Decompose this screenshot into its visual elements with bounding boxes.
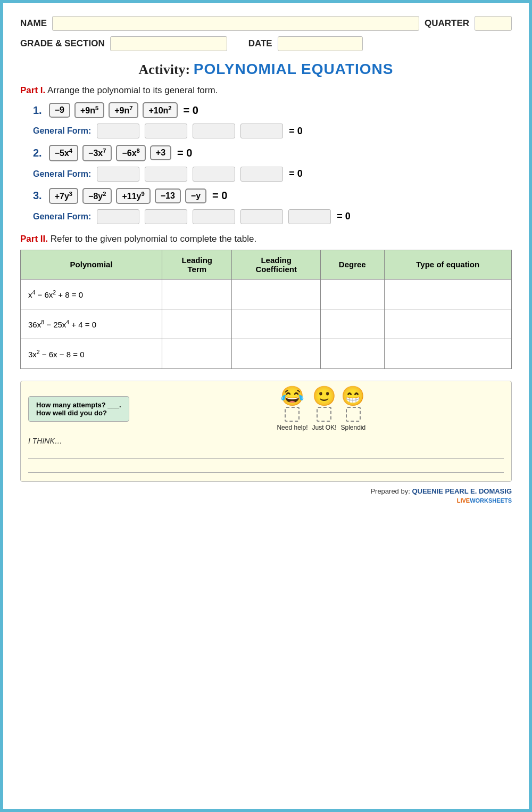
part2-label: Part II.: [20, 234, 48, 244]
quarter-input[interactable]: [475, 16, 512, 31]
term-3-3: +11y9: [116, 188, 150, 204]
equals-zero-1: = 0: [184, 104, 198, 117]
gf-equals-2: = 0: [289, 168, 303, 179]
gf-input-2-4[interactable]: [240, 167, 283, 182]
poly-3: 3x2 − 6x − 8 = 0: [21, 339, 162, 368]
term-1-3: +9n7: [109, 102, 138, 118]
type-1[interactable]: [384, 279, 511, 309]
gf-input-1-4[interactable]: [240, 124, 283, 138]
col-leading-term: LeadingTerm: [162, 250, 232, 279]
term-3-5: −y: [185, 188, 206, 203]
emoji-face-splendid: 😁: [341, 387, 365, 406]
lc-2[interactable]: [232, 309, 321, 339]
think-line-1[interactable]: [28, 449, 504, 459]
term-3-4: −13: [155, 188, 181, 203]
emoji-splendid: 😁 Splendid: [341, 387, 366, 431]
title-section: Activity: POLYNOMIAL EQUATIONS: [20, 61, 512, 78]
i-think-row: I THINK…: [28, 437, 504, 445]
term-1-1: −9: [49, 103, 70, 118]
just-ok-label: Just OK!: [312, 424, 336, 431]
part2-desc: Refer to the given polynomial to complet…: [48, 234, 256, 244]
gf-row-1: General Form: = 0: [33, 124, 512, 138]
emoji-face-laugh: 😂: [280, 387, 304, 406]
type-2[interactable]: [384, 309, 511, 339]
splendid-check[interactable]: [346, 407, 361, 422]
part1-label: Part I.: [20, 85, 45, 95]
header-row-2: GRADE & SECTION DATE: [20, 36, 512, 51]
lt-3[interactable]: [162, 339, 232, 368]
worksheet-page: NAME QUARTER GRADE & SECTION DATE Activi…: [0, 0, 532, 812]
prepared-text: Prepared by:: [370, 487, 412, 495]
deg-2[interactable]: [320, 309, 384, 339]
gf-label-2: General Form:: [33, 169, 91, 179]
col-type: Type of equation: [384, 250, 511, 279]
gf-label-1: General Form:: [33, 126, 91, 136]
gf-input-2-2[interactable]: [145, 167, 187, 182]
gf-input-3-2[interactable]: [145, 209, 187, 224]
name-label: NAME: [20, 18, 47, 29]
type-3[interactable]: [384, 339, 511, 368]
gf-input-3-3[interactable]: [193, 209, 235, 224]
need-help-check[interactable]: [285, 407, 300, 422]
title-main: POLYNOMIAL EQUATIONS: [194, 61, 394, 77]
watermark: LIVEWORKSHEETS: [20, 497, 512, 504]
gf-input-2-1[interactable]: [97, 167, 139, 182]
name-input[interactable]: [52, 16, 419, 31]
footer-section: How many attempts? ___.How well did you …: [20, 381, 512, 482]
gf-input-1-1[interactable]: [97, 124, 139, 138]
quarter-label: QUARTER: [425, 18, 469, 29]
splendid-label: Splendid: [341, 424, 366, 431]
term-1-2: +9n5: [74, 102, 104, 118]
col-degree: Degree: [320, 250, 384, 279]
date-label: DATE: [248, 38, 272, 49]
attempts-text: How many attempts? ___.How well did you …: [36, 401, 121, 417]
emoji-group: 😂 Need help! 🙂 Just OK! 😁 Splend: [139, 387, 504, 431]
lt-1[interactable]: [162, 279, 232, 309]
term-3-2: −8y2: [82, 188, 112, 204]
lc-3[interactable]: [232, 339, 321, 368]
deg-3[interactable]: [320, 339, 384, 368]
gf-row-3: General Form: = 0: [33, 209, 512, 224]
gf-input-3-4[interactable]: [240, 209, 283, 224]
problem-3: 3. +7y3 −8y2 +11y9 −13 −y = 0 General Fo…: [33, 187, 512, 224]
think-line-2[interactable]: [28, 463, 504, 473]
gf-equals-3: = 0: [337, 211, 351, 222]
gf-input-2-3[interactable]: [193, 167, 235, 182]
gf-equals-1: = 0: [289, 126, 303, 137]
term-2-4: +3: [150, 145, 171, 160]
deg-1[interactable]: [320, 279, 384, 309]
lt-2[interactable]: [162, 309, 232, 339]
part2-table: Polynomial LeadingTerm LeadingCoefficien…: [20, 250, 512, 369]
gf-input-3-1[interactable]: [97, 209, 139, 224]
lc-1[interactable]: [232, 279, 321, 309]
part1-header: Part I. Arrange the polynomial to its ge…: [20, 85, 512, 96]
table-row: 36x8 − 25x4 + 4 = 0: [21, 309, 512, 339]
gf-input-1-3[interactable]: [193, 124, 235, 138]
need-help-label: Need help!: [277, 424, 307, 431]
gf-label-3: General Form:: [33, 212, 91, 222]
emoji-just-ok: 🙂 Just OK!: [312, 387, 336, 431]
problem-3-number: 3.: [33, 190, 42, 202]
grade-input[interactable]: [110, 36, 227, 51]
attempts-box: How many attempts? ___.How well did you …: [28, 396, 129, 422]
date-input[interactable]: [278, 36, 363, 51]
equals-zero-2: = 0: [177, 147, 192, 159]
part1-desc: Arrange the polynomial to its general fo…: [45, 85, 218, 95]
term-2-3: −6x8: [116, 145, 145, 161]
problem-1-number: 1.: [33, 104, 42, 117]
term-1-4: +10n2: [143, 102, 177, 118]
problem-2: 2. −5x4 −3x7 −6x8 +3 = 0 General Form: =…: [33, 144, 512, 181]
gf-input-1-2[interactable]: [145, 124, 187, 138]
gf-input-3-5[interactable]: [288, 209, 331, 224]
part2-header: Part II. Refer to the given polynomial t…: [20, 234, 512, 244]
just-ok-check[interactable]: [317, 407, 331, 422]
equals-zero-3: = 0: [212, 190, 227, 202]
col-leading-coeff: LeadingCoefficient: [232, 250, 321, 279]
poly-1: x4 − 6x2 + 8 = 0: [21, 279, 162, 309]
prepared-name: QUEENIE PEARL E. DOMASIG: [412, 487, 512, 495]
problem-1: 1. −9 +9n5 +9n7 +10n2 = 0 General Form: …: [33, 101, 512, 138]
emoji-need-help: 😂 Need help!: [277, 387, 307, 431]
emoji-face-ok: 🙂: [312, 387, 336, 406]
prepared-by: Prepared by: QUEENIE PEARL E. DOMASIG: [20, 487, 512, 495]
activity-label: Activity:: [139, 62, 194, 77]
